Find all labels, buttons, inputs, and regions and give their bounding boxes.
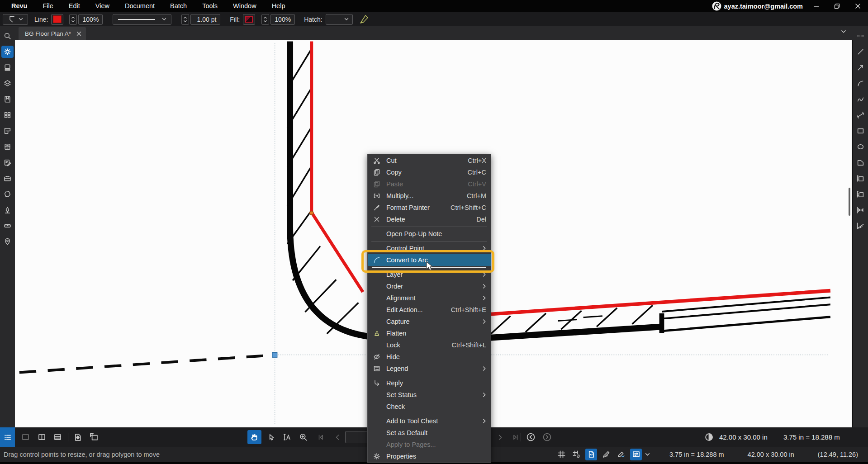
- sidebar-item-measure-pen-icon[interactable]: [1, 204, 14, 216]
- menu-item-reply[interactable]: Reply: [368, 377, 491, 389]
- menu-item-lock[interactable]: LockCtrl+Shift+L: [368, 339, 491, 351]
- menubar-item-window[interactable]: Window: [225, 0, 264, 12]
- menubar-item-view[interactable]: View: [88, 0, 117, 12]
- menu-item-layer[interactable]: Layer: [368, 269, 491, 280]
- menu-item-delete[interactable]: DeleteDel: [368, 213, 491, 225]
- reuse-markup-icon[interactable]: [630, 449, 642, 460]
- pan-tool-button[interactable]: [247, 430, 261, 444]
- sidebar-item-spaces-plan-icon[interactable]: [1, 125, 14, 137]
- tool-item-line-tool-icon[interactable]: [854, 46, 867, 58]
- tool-item-polygon-tool-icon[interactable]: [854, 156, 867, 169]
- sidebar-item-properties-gear-icon[interactable]: [1, 46, 14, 58]
- select-text-button[interactable]: [280, 430, 294, 444]
- restore-button[interactable]: [826, 0, 847, 12]
- previous-view-button[interactable]: [524, 430, 538, 444]
- menu-item-open-pop-up-note[interactable]: Open Pop-Up Note: [368, 228, 491, 240]
- sidebar-item-places-pin-icon[interactable]: [1, 236, 14, 248]
- zoom-tool-button[interactable]: [296, 430, 310, 444]
- snap-chevron-icon[interactable]: [645, 453, 650, 456]
- canvas-scrollbar[interactable]: [849, 188, 850, 216]
- contrast-button[interactable]: [702, 430, 716, 444]
- next-page-button[interactable]: [493, 430, 507, 444]
- snap-hook-icon[interactable]: [615, 449, 627, 460]
- minimize-button[interactable]: [806, 0, 826, 12]
- menu-item-control-point[interactable]: Control Point: [368, 242, 491, 254]
- menu-item-set-as-default[interactable]: Set as Default: [368, 427, 491, 439]
- tool-item-polyline-tool-icon[interactable]: [854, 93, 867, 105]
- sidebar-item-spaces-grid-icon[interactable]: [1, 109, 14, 121]
- menu-item-properties[interactable]: Properties: [368, 450, 491, 462]
- menu-item-capture[interactable]: Capture: [368, 316, 491, 327]
- account-email[interactable]: ayaz.taimoor@gmail.com: [724, 3, 803, 10]
- previous-page-button[interactable]: [330, 430, 344, 444]
- close-button[interactable]: [847, 0, 868, 12]
- menu-item-flatten[interactable]: Flatten: [368, 327, 491, 339]
- menubar-item-edit[interactable]: Edit: [61, 0, 88, 12]
- line-opacity-stepper[interactable]: [69, 14, 77, 25]
- tool-item-length-tool-icon[interactable]: [854, 204, 867, 216]
- line-opacity-field[interactable]: 100%: [78, 14, 103, 25]
- menu-item-legend[interactable]: Legend: [368, 363, 491, 374]
- tool-item-arc-tool-icon[interactable]: [854, 77, 867, 90]
- next-view-button[interactable]: [540, 430, 554, 444]
- grid-icon[interactable]: [555, 449, 567, 460]
- menu-item-alignment[interactable]: Alignment: [368, 292, 491, 304]
- snap-to-markup-icon[interactable]: [600, 449, 612, 460]
- sidebar-item-file-access-icon[interactable]: [1, 141, 14, 153]
- tool-item-rectangle-tool-icon[interactable]: [854, 125, 867, 137]
- select-tool-button[interactable]: [264, 430, 278, 444]
- sidebar-item-search-icon[interactable]: [1, 30, 14, 42]
- tool-item-ellipse-tool-icon[interactable]: [854, 141, 867, 153]
- menu-item-copy[interactable]: CopyCtrl+C: [368, 166, 491, 178]
- tool-item-slope-tool-icon[interactable]: [854, 220, 867, 232]
- tool-item-dimension-tool-icon[interactable]: [854, 109, 867, 121]
- single-pane-button[interactable]: [19, 430, 33, 444]
- menu-item-format-painter[interactable]: Format PainterCtrl+Shift+C: [368, 202, 491, 213]
- menu-item-cut[interactable]: CutCtrl+X: [368, 155, 491, 166]
- sidebar-item-ruler-icon[interactable]: [1, 220, 14, 232]
- panel-toggle-button[interactable]: [0, 427, 15, 447]
- fill-color-swatch[interactable]: [243, 14, 255, 25]
- menubar-item-help[interactable]: Help: [264, 0, 293, 12]
- split-vertical-button[interactable]: [35, 430, 49, 444]
- tool-item-arrow-tool-icon[interactable]: [854, 62, 867, 74]
- tab-close-icon[interactable]: [76, 31, 81, 36]
- snap-to-content-icon[interactable]: [585, 449, 597, 460]
- menu-item-set-status[interactable]: Set Status: [368, 389, 491, 401]
- menu-item-edit-action[interactable]: Edit Action...Ctrl+Shift+E: [368, 304, 491, 316]
- menu-item-order[interactable]: Order: [368, 280, 491, 292]
- sidebar-item-tool-chest-icon[interactable]: [1, 172, 14, 185]
- menu-item-hide[interactable]: Hide: [368, 351, 491, 363]
- fill-opacity-stepper[interactable]: [261, 14, 269, 25]
- fill-opacity-field[interactable]: 100%: [270, 14, 295, 25]
- menu-item-convert-to-arc[interactable]: Convert to Arc: [368, 254, 491, 266]
- split-horizontal-button[interactable]: [51, 430, 65, 444]
- menubar-item-batch[interactable]: Batch: [162, 0, 194, 12]
- menu-item-check[interactable]: Check: [368, 401, 491, 412]
- menubar-item-document[interactable]: Document: [117, 0, 162, 12]
- menubar-item-revu[interactable]: Revu: [4, 0, 35, 12]
- menu-item-multiply[interactable]: Multiply...Ctrl+M: [368, 190, 491, 202]
- tool-preset-dropdown[interactable]: [3, 14, 28, 25]
- menu-item-add-to-tool-chest[interactable]: Add to Tool Chest: [368, 415, 491, 427]
- line-color-swatch[interactable]: [51, 14, 63, 25]
- sidebar-item-layers-icon[interactable]: [1, 77, 14, 90]
- menubar-item-file[interactable]: File: [35, 0, 61, 12]
- first-page-button[interactable]: [313, 430, 327, 444]
- page-setup-button[interactable]: [87, 430, 101, 444]
- menubar-item-tools[interactable]: Tools: [194, 0, 225, 12]
- sidebar-item-thumbnails-icon[interactable]: [1, 62, 14, 74]
- sidebar-item-markup-list-icon[interactable]: [1, 156, 14, 169]
- line-width-field[interactable]: 1.00 pt: [190, 14, 220, 25]
- line-width-stepper[interactable]: [181, 14, 189, 25]
- tab-list-chevron-icon[interactable]: [841, 30, 846, 33]
- sidebar-item-bookmarks-icon[interactable]: [1, 93, 14, 105]
- tab-bg-floor-plan[interactable]: BG Floor Plan A*: [19, 27, 86, 40]
- hatch-dropdown[interactable]: [326, 14, 353, 25]
- sidebar-item-shapes-icon[interactable]: [1, 188, 14, 200]
- dimension-pen-button[interactable]: [359, 14, 370, 24]
- snap-to-grid-icon[interactable]: [570, 449, 582, 460]
- fit-page-button[interactable]: [71, 430, 85, 444]
- tool-item-drag-handle-icon[interactable]: [854, 30, 867, 42]
- line-style-dropdown[interactable]: [113, 14, 171, 25]
